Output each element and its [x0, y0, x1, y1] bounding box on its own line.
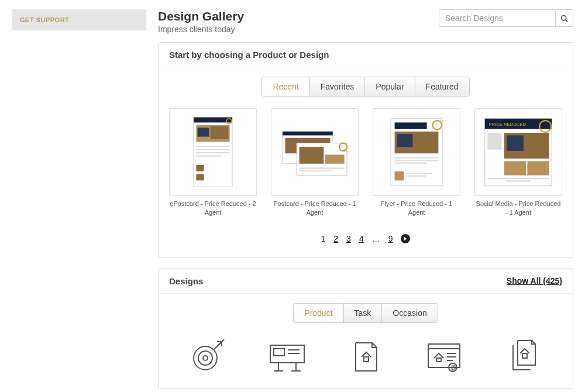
svg-rect-42	[527, 161, 549, 175]
page-4[interactable]: 4	[359, 234, 364, 243]
svg-marker-45	[404, 237, 407, 240]
search-input[interactable]	[439, 9, 556, 27]
svg-rect-44	[505, 180, 531, 181]
svg-point-47	[198, 351, 212, 365]
svg-rect-52	[274, 349, 284, 356]
svg-rect-28	[395, 157, 439, 159]
design-thumb: PRICE REDUCED	[474, 108, 562, 218]
category-target[interactable]	[182, 339, 235, 374]
designs-tabs: Product Task Occasion	[293, 303, 438, 323]
svg-rect-8	[196, 146, 229, 147]
documents-icon	[503, 339, 543, 374]
show-all-link[interactable]: Show All (425)	[507, 276, 562, 286]
tab-favorites[interactable]: Favorites	[310, 77, 366, 96]
svg-rect-10	[196, 152, 229, 153]
page-next-button[interactable]	[401, 234, 410, 243]
svg-rect-9	[196, 149, 229, 150]
category-email-doc[interactable]: @	[418, 339, 470, 374]
page-2[interactable]: 2	[333, 234, 338, 243]
svg-rect-6	[198, 128, 209, 136]
design-thumb-box[interactable]	[373, 108, 460, 196]
page-3[interactable]: 3	[346, 234, 351, 243]
svg-rect-40	[507, 135, 524, 150]
search-icon	[560, 15, 568, 22]
category-document[interactable]	[339, 339, 392, 374]
tab-occasion[interactable]: Occasion	[382, 304, 437, 322]
svg-rect-12	[196, 165, 204, 171]
design-thumb-label: Flyer - Price Reduced - 1 Agent	[373, 200, 460, 218]
design-thumb-box[interactable]	[169, 108, 257, 196]
choose-panel-title: Start by choosing a Product or Design	[159, 43, 573, 67]
category-billboard[interactable]	[261, 339, 314, 374]
billboard-icon	[267, 339, 308, 374]
email-document-icon: @	[424, 339, 464, 374]
get-support-button[interactable]: GET SUPPORT	[12, 9, 146, 30]
svg-line-1	[566, 19, 567, 21]
category-documents[interactable]	[497, 339, 549, 374]
tab-task[interactable]: Task	[344, 304, 383, 322]
main: Design Gallery Impress clients today Sta…	[158, 9, 573, 392]
svg-point-48	[203, 356, 208, 360]
svg-rect-30	[395, 163, 427, 164]
design-thumb-label: Postcard - Price Reduced - 1 Agent	[271, 200, 359, 218]
svg-rect-68	[522, 353, 527, 358]
svg-rect-15	[283, 132, 333, 136]
choose-panel: Start by choosing a Product or Design Re…	[158, 42, 573, 258]
svg-point-0	[562, 15, 566, 20]
svg-rect-11	[196, 156, 222, 157]
caret-right-icon	[403, 236, 408, 241]
svg-rect-24	[395, 122, 427, 129]
design-thumb-label: Social Media - Price Reduced - 1 Agent	[474, 200, 562, 218]
sidebar: GET SUPPORT	[12, 9, 146, 392]
category-row: @	[169, 339, 562, 374]
svg-text:PRICE REDUCED: PRICE REDUCED	[488, 122, 526, 127]
page-ellipsis: …	[372, 234, 380, 243]
pagination: 1 2 3 4 … 9	[169, 234, 562, 243]
choose-tabs: Recent Favorites Popular Featured	[261, 77, 469, 97]
svg-rect-32	[406, 173, 432, 174]
search	[439, 9, 573, 27]
svg-rect-41	[504, 161, 526, 175]
tab-popular[interactable]: Popular	[365, 77, 415, 96]
svg-rect-29	[395, 160, 439, 161]
page-1: 1	[321, 234, 326, 243]
tab-recent[interactable]: Recent	[262, 77, 309, 96]
svg-rect-62	[436, 358, 441, 362]
design-thumb-box[interactable]	[271, 108, 359, 196]
svg-rect-33	[406, 176, 425, 177]
design-thumb-label: ePostcard - Price Reduced - 2 Agent	[169, 200, 257, 218]
design-thumb-box[interactable]: PRICE REDUCED	[474, 108, 562, 196]
target-icon	[188, 339, 229, 374]
svg-rect-19	[300, 147, 324, 164]
svg-rect-21	[300, 167, 345, 169]
designs-panel-title: Designs	[169, 276, 203, 286]
svg-rect-13	[196, 174, 204, 180]
tab-product[interactable]: Product	[294, 304, 343, 322]
design-thumb: Postcard - Price Reduced - 1 Agent	[271, 108, 359, 218]
svg-text:@: @	[450, 365, 456, 371]
design-thumb: Flyer - Price Reduced - 1 Agent	[373, 108, 460, 218]
design-thumb: ePostcard - Price Reduced - 2 Agent	[169, 108, 257, 218]
svg-rect-7	[211, 126, 229, 139]
tab-featured[interactable]: Featured	[415, 77, 469, 96]
page-title-block: Design Gallery Impress clients today	[158, 9, 244, 34]
designs-panel: Designs Show All (425) Product Task Occa…	[158, 269, 573, 389]
svg-rect-22	[300, 170, 332, 171]
svg-rect-43	[487, 178, 549, 179]
svg-rect-59	[364, 357, 369, 362]
page-title: Design Gallery	[158, 9, 244, 23]
document-icon	[345, 339, 386, 374]
page-9[interactable]: 9	[388, 234, 393, 243]
thumbnail-row: ePostcard - Price Reduced - 2 Agent	[169, 108, 562, 218]
svg-rect-27	[397, 134, 412, 147]
svg-rect-38	[487, 133, 501, 150]
page-subtitle: Impress clients today	[158, 25, 244, 34]
svg-rect-20	[325, 154, 345, 163]
search-button[interactable]	[556, 9, 573, 27]
svg-rect-31	[395, 171, 404, 180]
